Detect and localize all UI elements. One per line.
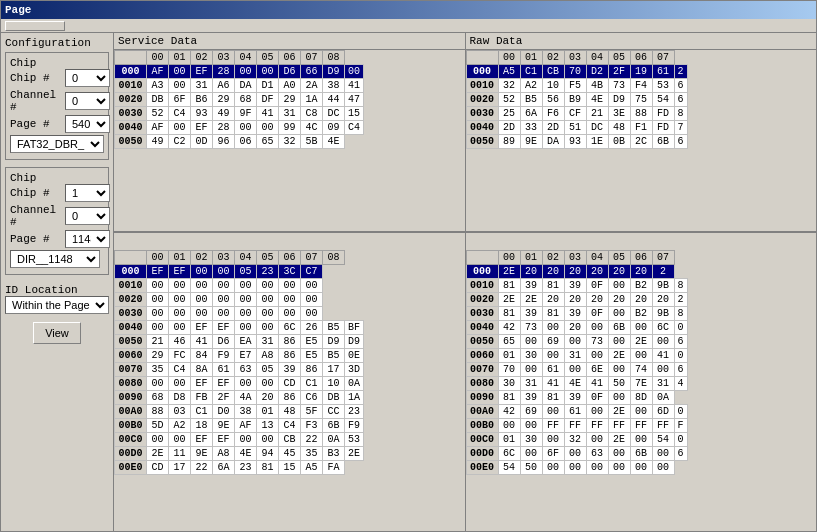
hex-cell[interactable]: D8 (169, 391, 191, 405)
hex-cell[interactable]: 10 (323, 377, 345, 391)
hex-cell[interactable]: 20 (586, 293, 608, 307)
hex-cell[interactable]: 20 (564, 321, 586, 335)
hex-cell[interactable]: 39 (564, 307, 586, 321)
hex-cell[interactable]: 6 (674, 363, 687, 377)
hex-cell[interactable]: 0A (345, 377, 364, 391)
hex-cell[interactable]: 61 (564, 405, 586, 419)
hex-cell[interactable]: CB (279, 433, 301, 447)
hex-cell[interactable]: 15 (345, 107, 364, 121)
hex-cell[interactable]: C4 (345, 121, 364, 135)
hex-cell[interactable]: 81 (257, 461, 279, 475)
hex-cell[interactable]: 73 (520, 321, 542, 335)
hex-cell[interactable]: C4 (279, 419, 301, 433)
hex-cell[interactable]: 00 (147, 293, 169, 307)
hex-cell[interactable]: 2E (608, 349, 630, 363)
hex-cell[interactable]: 50 (608, 377, 630, 391)
hex-cell[interactable]: A5 (498, 65, 520, 79)
hex-cell[interactable]: 00 (279, 307, 301, 321)
hex-cell[interactable]: 4B (586, 79, 608, 93)
scroll-thumb[interactable] (5, 21, 65, 31)
hex-cell[interactable]: 6F (542, 447, 564, 461)
hex-cell[interactable]: 00 (213, 293, 235, 307)
hex-cell[interactable]: 00 (608, 307, 630, 321)
hex-cell[interactable]: 6C (279, 321, 301, 335)
hex-cell[interactable]: D0 (213, 405, 235, 419)
hex-cell[interactable]: 53 (652, 79, 674, 93)
hex-cell[interactable]: 2E (630, 335, 652, 349)
hex-cell[interactable]: D6 (279, 65, 301, 79)
hex-cell[interactable]: 41 (257, 107, 279, 121)
hex-cell[interactable]: 3C (279, 265, 301, 279)
hex-cell[interactable]: 19 (630, 65, 652, 79)
hex-cell[interactable]: A5 (301, 461, 323, 475)
hex-cell[interactable]: F9 (345, 419, 364, 433)
hex-cell[interactable]: 65 (257, 135, 279, 149)
hex-cell[interactable]: 31 (191, 79, 213, 93)
hex-cell[interactable]: 2A (301, 79, 323, 93)
hex-cell[interactable]: 61 (652, 65, 674, 79)
hex-cell[interactable]: 00 (235, 121, 257, 135)
hex-cell[interactable]: 31 (520, 377, 542, 391)
hex-cell[interactable]: 38 (323, 79, 345, 93)
hex-cell[interactable]: 65 (498, 335, 520, 349)
hex-cell[interactable]: 5D (147, 419, 169, 433)
hex-cell[interactable]: CD (279, 377, 301, 391)
hex-cell[interactable]: 41 (345, 79, 364, 93)
hex-cell[interactable]: EF (191, 433, 213, 447)
hex-cell[interactable]: 88 (147, 405, 169, 419)
hex-cell[interactable]: 00 (235, 293, 257, 307)
hex-cell[interactable]: 21 (586, 107, 608, 121)
hex-cell[interactable]: 00 (257, 433, 279, 447)
hex-cell[interactable]: 00 (169, 377, 191, 391)
hex-cell[interactable]: B5 (323, 349, 345, 363)
hex-cell[interactable]: 54 (652, 433, 674, 447)
hex-cell[interactable]: 00 (630, 461, 652, 475)
hex-cell[interactable]: 00 (257, 293, 279, 307)
hex-cell[interactable]: 2E (608, 405, 630, 419)
hex-cell[interactable]: 01 (498, 349, 520, 363)
chip1-format-select[interactable]: FAT32_DBR_ (10, 135, 104, 153)
hex-cell[interactable]: AF (147, 121, 169, 135)
hex-cell[interactable]: 00 (235, 279, 257, 293)
hex-cell[interactable]: 5B (301, 135, 323, 149)
hex-cell[interactable]: 4E (564, 377, 586, 391)
hex-cell[interactable]: 00 (608, 391, 630, 405)
hex-cell[interactable]: 70 (498, 363, 520, 377)
hex-cell[interactable]: 6E (586, 363, 608, 377)
hex-cell[interactable]: F9 (213, 349, 235, 363)
hex-cell[interactable]: FF (630, 419, 652, 433)
hex-cell[interactable]: 00 (257, 307, 279, 321)
hex-cell[interactable]: 8 (674, 279, 687, 293)
hex-cell[interactable]: D9 (323, 335, 345, 349)
hex-cell[interactable]: 0A (323, 433, 345, 447)
hex-cell[interactable]: 00 (147, 307, 169, 321)
hex-cell[interactable]: 05 (257, 363, 279, 377)
hex-cell[interactable]: 23 (345, 405, 364, 419)
hex-cell[interactable]: 00 (498, 419, 520, 433)
hex-cell[interactable]: C2 (169, 135, 191, 149)
hex-cell[interactable]: 00 (169, 79, 191, 93)
hex-cell[interactable]: EF (213, 433, 235, 447)
hex-cell[interactable]: 28 (213, 121, 235, 135)
hex-cell[interactable]: 6 (674, 335, 687, 349)
hex-cell[interactable]: 20 (608, 265, 630, 279)
hex-cell[interactable]: A0 (279, 79, 301, 93)
hex-cell[interactable]: 00 (191, 307, 213, 321)
hex-cell[interactable]: 00 (235, 65, 257, 79)
hex-cell[interactable]: D1 (257, 79, 279, 93)
hex-cell[interactable]: 88 (630, 107, 652, 121)
hex-cell[interactable]: 6B (630, 447, 652, 461)
hex-cell[interactable]: 00 (257, 377, 279, 391)
hex-cell[interactable]: 2F (213, 391, 235, 405)
hex-cell[interactable]: 00 (301, 293, 323, 307)
hex-cell[interactable]: 56 (542, 93, 564, 107)
hex-cell[interactable]: 75 (630, 93, 652, 107)
hex-cell[interactable]: 00 (147, 321, 169, 335)
hex-cell[interactable]: 22 (301, 433, 323, 447)
hex-cell[interactable]: 00 (257, 321, 279, 335)
hex-cell[interactable]: 2D (498, 121, 520, 135)
hex-cell[interactable]: B2 (630, 307, 652, 321)
hex-cell[interactable]: 00 (279, 279, 301, 293)
hex-cell[interactable]: D9 (323, 65, 345, 79)
hex-cell[interactable]: 00 (586, 349, 608, 363)
